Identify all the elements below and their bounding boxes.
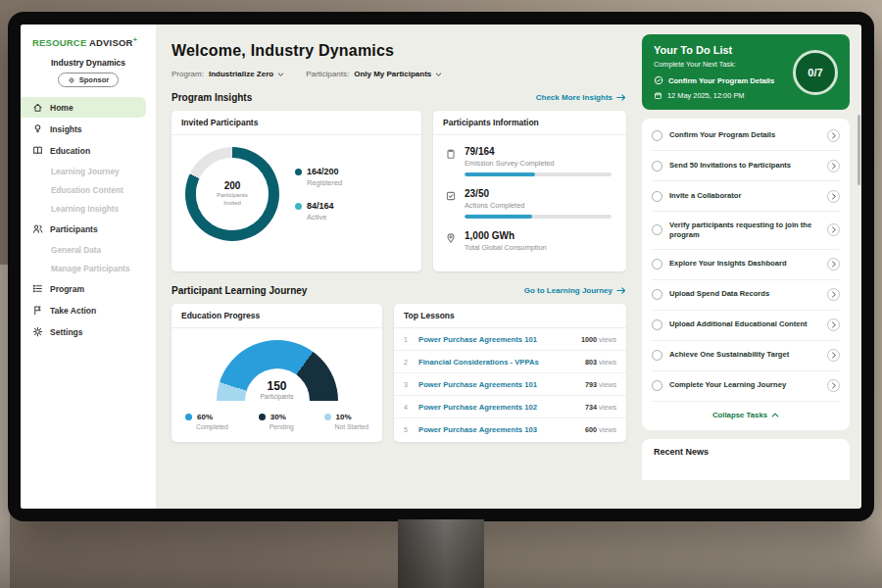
list-icon [32, 283, 43, 294]
invited-donut-center: 200 Participants Invited [196, 158, 269, 230]
task-checkbox[interactable] [652, 350, 662, 361]
task-row[interactable]: Confirm Your Program Details [652, 121, 840, 151]
gear-icon [68, 76, 75, 84]
arrow-right-icon [616, 286, 626, 295]
task-row[interactable]: Upload Spend Data Records [652, 280, 840, 311]
task-open-button[interactable] [827, 258, 840, 270]
task-row[interactable]: Complete Your Learning Journey [652, 371, 840, 402]
legend-item-completed: 60% Completed [185, 413, 228, 430]
legend-dot [295, 169, 302, 175]
legend-item-registered: 164/200 Registered [295, 167, 342, 187]
sidebar-item-general-data[interactable]: General Data [21, 240, 156, 259]
task-row[interactable]: Invite a Collaborator [652, 181, 840, 212]
task-checkbox[interactable] [652, 380, 662, 391]
task-checkbox[interactable] [652, 161, 662, 172]
app-logo: RESOURCE ADVISOR+ [21, 34, 156, 48]
lesson-link[interactable]: Power Purchase Agreements 101 [418, 380, 576, 389]
todo-progress-ring: 0/7 [793, 50, 838, 95]
logo-plus: + [133, 36, 137, 43]
people-icon [32, 223, 43, 234]
chevron-right-icon [831, 226, 837, 233]
task-open-button[interactable] [827, 129, 840, 142]
chevron-right-icon [831, 132, 837, 139]
lesson-link[interactable]: Financial Considerations - VPPAs [418, 358, 576, 367]
task-row[interactable]: Explore Your Insights Dashboard [652, 250, 840, 280]
sidebar-item-home[interactable]: Home [21, 97, 146, 118]
lesson-link[interactable]: Power Purchase Agreements 103 [418, 425, 576, 434]
sidebar-item-insights[interactable]: Insights [21, 119, 146, 139]
recent-news-title: Recent News [654, 447, 709, 457]
chevron-right-icon [831, 193, 837, 200]
app-window: RESOURCE ADVISOR+ Industry Dynamics Spon… [21, 24, 861, 509]
task-checkbox[interactable] [652, 259, 662, 270]
task-open-button[interactable] [827, 190, 840, 203]
sidebar-item-take-action[interactable]: Take Action [21, 300, 146, 320]
education-legend: 60% Completed 30% Pending [172, 403, 382, 442]
book-icon [32, 145, 43, 156]
sidebar-item-learning-insights[interactable]: Learning Insights [21, 199, 156, 218]
flag-icon [32, 305, 43, 316]
task-row[interactable]: Verify participants requesting to join t… [652, 212, 840, 250]
chevron-down-icon [435, 72, 442, 77]
calendar-icon [654, 91, 662, 100]
task-row[interactable]: Send 50 Invitations to Participants [652, 151, 840, 181]
home-icon [32, 102, 43, 113]
task-checkbox[interactable] [652, 319, 662, 330]
desk-shadow [0, 519, 882, 588]
filters-row: Program: Industrialize Zero Participants… [172, 70, 626, 78]
participants-filter: Participants: Only My Participants [306, 70, 442, 78]
chevron-right-icon [831, 261, 837, 268]
program-filter-label: Program: [172, 70, 204, 78]
chevron-right-icon [831, 382, 837, 389]
task-checkbox[interactable] [652, 191, 662, 202]
chevron-right-icon [831, 321, 837, 328]
lesson-row: 2 Financial Considerations - VPPAs 803vi… [394, 351, 626, 373]
collapse-tasks-button[interactable]: Collapse Tasks [652, 402, 840, 428]
sidebar-item-learning-journey[interactable]: Learning Journey [21, 162, 156, 180]
legend-dot [295, 203, 302, 210]
task-open-button[interactable] [827, 288, 840, 301]
location-pin-icon [445, 232, 457, 244]
task-open-button[interactable] [827, 318, 840, 331]
top-lessons-card: Top Lessons 1 Power Purchase Agreements … [394, 304, 626, 442]
program-select[interactable]: Industrialize Zero [209, 70, 284, 78]
lesson-row: 1 Power Purchase Agreements 101 1000view… [394, 328, 626, 351]
check-circle-icon [654, 75, 663, 85]
sidebar-item-participants[interactable]: Participants [21, 219, 146, 239]
invited-participants-card: Invited Participants 200 Participants In… [172, 111, 421, 271]
task-checkbox[interactable] [652, 224, 662, 235]
task-open-button[interactable] [827, 349, 840, 362]
task-open-button[interactable] [827, 160, 840, 172]
chevron-up-icon [771, 412, 779, 418]
education-gauge-wrap: 150 Participants [217, 340, 338, 401]
task-checkbox[interactable] [652, 130, 662, 141]
todo-next-task[interactable]: Confirm Your Program Details [654, 75, 791, 85]
page-title: Welcome, Industry Dynamics [172, 42, 626, 60]
sidebar-item-education[interactable]: Education [21, 140, 146, 161]
sponsor-badge[interactable]: Sponsor [58, 73, 119, 87]
legend-dot [259, 414, 266, 420]
legend-dot [185, 414, 192, 420]
stat-global-consumption: 1,000 GWh Total Global Consumption [445, 225, 614, 264]
lesson-link[interactable]: Power Purchase Agreements 102 [418, 403, 576, 412]
sidebar-item-program[interactable]: Program [21, 278, 146, 299]
sidebar-item-settings[interactable]: Settings [21, 321, 146, 342]
task-checkbox[interactable] [652, 289, 662, 300]
chevron-right-icon [831, 163, 837, 170]
scrollbar-thumb[interactable] [858, 115, 860, 185]
task-open-button[interactable] [827, 379, 840, 392]
check-more-insights-link[interactable]: Check More Insights [536, 93, 626, 102]
lesson-link[interactable]: Power Purchase Agreements 101 [418, 335, 572, 344]
task-open-button[interactable] [827, 223, 840, 236]
lesson-row: 5 Power Purchase Agreements 103 600views [394, 418, 626, 440]
top-lessons-title: Top Lessons [394, 304, 626, 328]
sidebar-item-manage-participants[interactable]: Manage Participants [21, 259, 156, 277]
go-to-learning-journey-link[interactable]: Go to Learning Journey [524, 286, 626, 295]
task-row[interactable]: Upload Additional Educational Content [652, 311, 840, 341]
legend-dot [324, 414, 331, 420]
task-row[interactable]: Achieve One Sustainability Target [652, 341, 840, 371]
program-insights-title: Program Insights [172, 92, 252, 103]
participants-select[interactable]: Only My Participants [354, 70, 442, 78]
sidebar-item-education-content[interactable]: Education Content [21, 180, 156, 199]
clipboard-icon [445, 148, 457, 160]
